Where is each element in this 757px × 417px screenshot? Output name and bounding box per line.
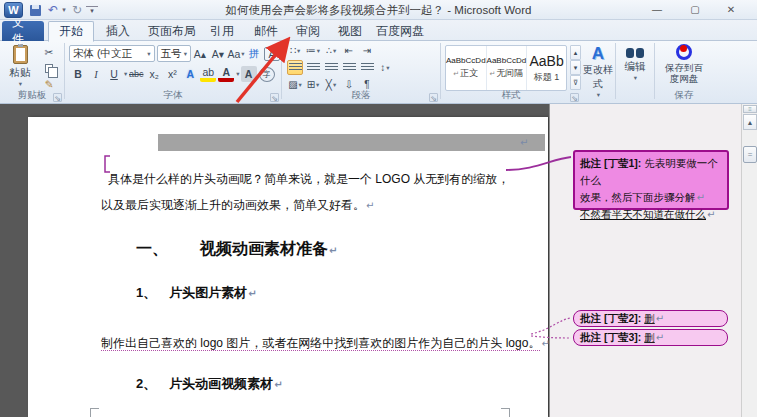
paragraph-1-line-1[interactable]: 具体是什么样的片头动画呢？简单来说，就是一个 LOGO 从无到有的缩放， (108, 171, 509, 188)
underline-button[interactable]: U (106, 66, 122, 82)
justify-button[interactable] (341, 60, 357, 75)
save-button[interactable] (28, 2, 42, 18)
text-boundary-mark (501, 408, 510, 417)
copy-icon (45, 64, 53, 73)
multilevel-list-button[interactable]: ∴▾ (323, 43, 339, 58)
highlight-color-button[interactable]: ab (200, 67, 216, 82)
align-center-button[interactable] (305, 60, 321, 75)
document-page[interactable]: ↵ 具体是什么样的片头动画呢？简单来说，就是一个 LOGO 从无到有的缩放， 以… (28, 117, 548, 417)
font-dialog-launcher[interactable]: ⇘ (270, 93, 279, 102)
editing-button[interactable]: 编辑 ▾ (619, 45, 651, 93)
paragraph-1-line-2[interactable]: 以及最后实现逐渐上升的动画效果，简单又好看。↵ (101, 197, 374, 214)
maximize-button[interactable]: ▢ (682, 2, 708, 17)
bullets-icon: ∷ (290, 45, 296, 56)
text-effects-button[interactable]: A (182, 66, 198, 82)
tab-insert[interactable]: 插入 (96, 21, 140, 41)
character-border-button[interactable]: A (264, 47, 280, 61)
style-gallery-down-button[interactable]: ▾ (570, 60, 581, 75)
heading-text: 2、 片头动画视频素材 (136, 376, 273, 391)
redo-button[interactable]: ↻ (70, 2, 84, 18)
save-to-baidu-netdisk-button[interactable]: 保存到百 度网盘 (658, 44, 710, 94)
align-left-button[interactable] (287, 60, 303, 75)
scroll-up-button[interactable]: ▲ (743, 114, 757, 130)
word-app-icon[interactable]: W (4, 2, 23, 18)
comment-text: 删 (644, 312, 655, 326)
cut-button[interactable]: ✂ (41, 45, 57, 59)
line-spacing-icon: ↕ (380, 62, 385, 73)
change-case-label: Aa (227, 48, 240, 60)
distribute-button[interactable] (359, 60, 375, 75)
strikethrough-button[interactable]: abc (128, 66, 144, 82)
style-gallery-more-button[interactable]: ⊽ (570, 75, 581, 90)
paragraph-mark: ↵ (707, 209, 715, 220)
paragraph-mark: ↵ (274, 379, 282, 390)
underline-dropdown-icon[interactable]: ▾ (124, 70, 127, 78)
tab-home[interactable]: 开始 (48, 21, 94, 42)
comment-balloon-1[interactable]: 批注 [丁莹1]:先表明要做一个什么 效果，然后下面步骤分解↵ 不然看半天不知道… (573, 150, 729, 210)
paste-button[interactable]: 粘贴 ▾ (5, 45, 35, 93)
line-spacing-button[interactable]: ↕▾ (377, 60, 393, 75)
change-styles-button[interactable]: A 更改样式 ▾ (583, 45, 613, 93)
undo-dropdown[interactable]: ▾ (60, 2, 68, 18)
quick-access-customize-button[interactable]: ▾ (86, 6, 98, 14)
heading-3[interactable]: 2、 片头动画视频素材↵ (136, 375, 283, 393)
baidu-button-label-line1: 保存到百 (665, 62, 703, 73)
increase-indent-button[interactable]: ⇥ (359, 43, 375, 58)
tab-page-layout[interactable]: 页面布局 (138, 21, 206, 41)
numbering-button[interactable]: ≔▾ (305, 43, 321, 58)
heading-1[interactable]: 一、 视频动画素材准备↵ (136, 239, 337, 260)
style-preview: AaBbCcDd (487, 56, 527, 65)
style-no-spacing[interactable]: AaBbCcDd ↵无间隔 (487, 46, 528, 90)
font-size-dropdown-icon: ▾ (184, 50, 187, 58)
copy-button[interactable] (41, 61, 57, 75)
style-normal[interactable]: AaBbCcDd ↵正文 (446, 46, 487, 90)
comment-balloon-2[interactable]: 批注 [丁莹2]:删↵ (573, 310, 728, 327)
decrease-indent-button[interactable]: ⇤ (341, 43, 357, 58)
undo-button[interactable]: ↶ (46, 2, 60, 18)
tab-baidu-netdisk[interactable]: 百度网盘 (366, 21, 434, 41)
styles-dialog-launcher[interactable]: ⇘ (570, 93, 579, 102)
character-shading-button[interactable]: A (241, 66, 257, 82)
bullets-button[interactable]: ∷▾ (287, 43, 303, 58)
paragraph-2[interactable]: 制作出自己喜欢的 logo 图片，或者在网络中找到喜欢的图片作为自己的片头 lo… (101, 335, 550, 352)
style-heading-1[interactable]: AaBb 标题 1 (527, 46, 566, 90)
tab-review[interactable]: 审阅 (286, 21, 330, 41)
subscript-button[interactable]: x₂ (146, 66, 162, 82)
comment-balloon-3[interactable]: 批注 [丁莹3]:删↵ (573, 329, 728, 346)
font-size-combo[interactable]: 五号 ▾ (157, 45, 191, 62)
clipped-content-block[interactable] (158, 134, 545, 151)
font-name-combo[interactable]: 宋体 (中文正 ▾ (69, 45, 155, 62)
title-bar: W ↶ ▾ ↻ ▾ 如何使用会声会影将多段视频合并到一起？ - Microsof… (0, 0, 757, 20)
font-group: 宋体 (中文正 ▾ 五号 ▾ A▴ A▾ Aa▾ 拼 A B I U ▾ abc… (65, 41, 281, 103)
heading-2[interactable]: 1、 片头图片素材↵ (136, 284, 257, 302)
enclose-characters-button[interactable]: 字 (259, 67, 275, 82)
superscript-button[interactable]: x² (164, 66, 180, 82)
font-color-dropdown-icon[interactable]: ▾ (236, 70, 239, 78)
change-case-button[interactable]: Aa▾ (228, 46, 244, 62)
style-gallery-up-button[interactable]: ▴ (570, 45, 581, 60)
align-right-button[interactable] (323, 60, 339, 75)
minimize-button[interactable]: — (644, 2, 670, 17)
tab-file[interactable]: 文件 (2, 21, 44, 41)
paragraph-dialog-launcher[interactable]: ⇘ (429, 93, 438, 102)
close-button[interactable]: ✕ (718, 2, 744, 17)
asian-layout-dropdown-icon: ▾ (333, 81, 336, 89)
tab-references[interactable]: 引用 (200, 21, 244, 41)
paragraph-text: 以及最后实现逐渐上升的动画效果，简单又好看。 (101, 198, 365, 212)
font-color-button[interactable]: A (218, 67, 234, 82)
scrollbar-thumb[interactable]: = (743, 146, 757, 163)
vertical-scrollbar[interactable]: ≡ ▲ = (741, 104, 757, 417)
document-area: ↵ 具体是什么样的片头动画呢？简单来说，就是一个 LOGO 从无到有的缩放， 以… (0, 104, 757, 417)
change-styles-icon: A (592, 45, 604, 63)
shrink-font-button[interactable]: A▾ (210, 46, 226, 62)
style-preview: AaBbCcDd (446, 56, 486, 65)
bold-button[interactable]: B (70, 66, 86, 82)
clipboard-dialog-launcher[interactable]: ⇘ (53, 93, 62, 102)
numbering-icon: ≔ (306, 45, 316, 56)
grow-font-button[interactable]: A▴ (192, 46, 208, 62)
phonetic-guide-button[interactable]: 拼 (246, 46, 262, 62)
align-right-icon (325, 63, 338, 72)
split-handle[interactable]: ≡ (743, 105, 757, 113)
tab-mailings[interactable]: 邮件 (244, 21, 288, 41)
italic-button[interactable]: I (88, 66, 104, 82)
